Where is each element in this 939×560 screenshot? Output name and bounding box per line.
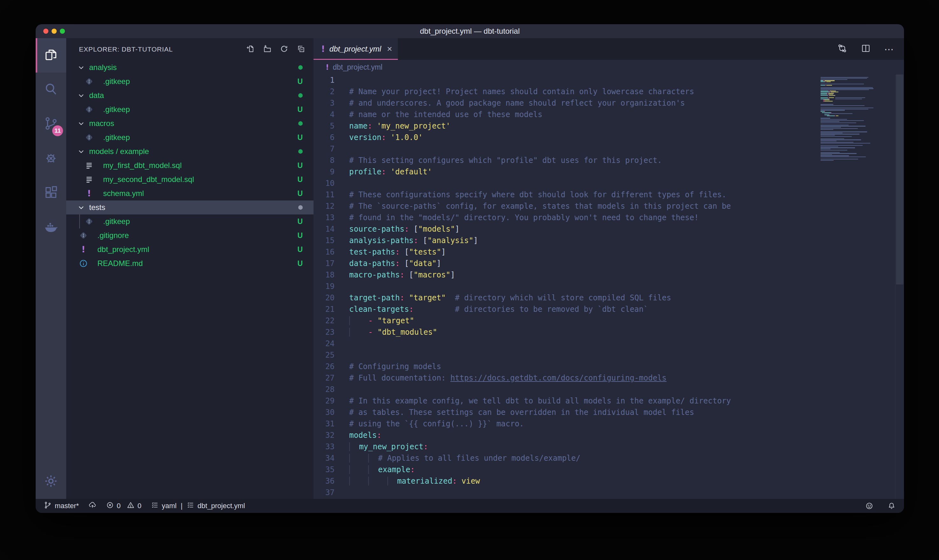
yaml-file-icon: ! [85, 189, 94, 198]
line-number: 36 [314, 475, 334, 487]
collapse-folders-icon[interactable] [297, 45, 305, 54]
tree-file-readme-md[interactable]: README.mdU [66, 257, 314, 271]
scrollbar-thumb[interactable] [896, 74, 904, 285]
line-number: 28 [314, 384, 334, 395]
git-untracked-badge: U [297, 77, 303, 86]
file-label: dbt_project.yml [97, 245, 297, 254]
code-line-34: 34 # Applies to all files under models/e… [314, 452, 904, 464]
line-number: 8 [314, 155, 334, 166]
tree-file-my-second-dbt-model-sql[interactable]: my_second_dbt_model.sqlU [66, 172, 314, 186]
code-line-22: 22 - "target" [314, 315, 904, 326]
refresh-icon[interactable] [280, 45, 288, 54]
tree-folder-data[interactable]: data [66, 88, 314, 103]
code-line-11: 11# These configurations specify where d… [314, 189, 904, 200]
problems-status[interactable]: 0 0 [106, 501, 142, 511]
file-label: .gitkeep [103, 77, 297, 86]
sync-status[interactable] [88, 501, 97, 511]
tree-folder-macros[interactable]: macros [66, 117, 314, 131]
code-editor[interactable]: 12# Name your project! Project names sho… [314, 74, 904, 499]
separator: | [181, 502, 183, 510]
activity-debug[interactable] [35, 141, 66, 175]
line-number: 15 [314, 235, 334, 246]
warnings-icon [127, 501, 135, 511]
git-file-icon [85, 77, 94, 86]
git-untracked-badge: U [297, 161, 303, 170]
line-number: 4 [314, 109, 334, 120]
activity-extensions[interactable] [35, 175, 66, 210]
code-line-2: 2# Name your project! Project names shou… [314, 86, 904, 97]
scrollbar[interactable] [895, 74, 904, 499]
line-number: 18 [314, 269, 334, 281]
code-line-4: 4# name or the intended use of these mod… [314, 109, 904, 120]
activity-search[interactable] [35, 72, 66, 107]
line-number: 34 [314, 452, 334, 464]
file-label: .gitkeep [103, 217, 297, 226]
file-label: data [89, 91, 298, 100]
tree-file-gitkeep[interactable]: .gitkeepU [66, 214, 314, 228]
editor-group: ! dbt_project.yml × [314, 38, 904, 499]
tree-file-my-first-dbt-model-sql[interactable]: my_first_dbt_model.sqlU [66, 158, 314, 172]
git-file-icon [85, 217, 94, 226]
notifications-bell-icon[interactable] [887, 502, 896, 510]
line-number: 2 [314, 86, 334, 97]
tree-file-gitignore[interactable]: .gitignoreU [66, 228, 314, 243]
close-tab-icon[interactable]: × [387, 44, 392, 54]
git-modified-dot [298, 65, 303, 70]
bug-icon [44, 151, 58, 166]
code-line-33: 33 my_new_project: [314, 441, 904, 452]
tree-folder-models-example[interactable]: models / example [66, 145, 314, 158]
tasklist-icon [186, 501, 194, 511]
tree-file-dbt-project-yml[interactable]: !dbt_project.ymlU [66, 243, 314, 257]
breadcrumb-file: dbt_project.yml [333, 63, 383, 72]
chevron-down-icon [77, 147, 85, 155]
activity-source-control[interactable]: 11 [35, 107, 66, 141]
tree-file-gitkeep[interactable]: .gitkeepU [66, 103, 314, 117]
minimap[interactable] [820, 76, 894, 161]
line-number: 14 [314, 223, 334, 235]
code-line-1: 1 [314, 74, 904, 86]
split-editor-icon[interactable] [861, 43, 871, 55]
line-number: 9 [314, 166, 334, 177]
tab-dbt-project-yml[interactable]: ! dbt_project.yml × [314, 38, 398, 60]
code-line-25: 25 [314, 349, 904, 361]
line-number: 11 [314, 189, 334, 200]
file-tree: analysis.gitkeepUdata.gitkeepUmacros.git… [66, 60, 314, 499]
git-branch-status[interactable]: master* [44, 501, 79, 511]
file-label: schema.yml [103, 189, 297, 198]
activity-docker[interactable] [35, 210, 66, 245]
line-number: 20 [314, 292, 334, 303]
new-file-icon[interactable] [246, 45, 255, 54]
tree-folder-tests[interactable]: tests [66, 200, 314, 214]
tree-file-gitkeep[interactable]: .gitkeepU [66, 131, 314, 145]
status-bar: master* 0 0 [35, 499, 904, 513]
outline-status[interactable]: yaml | dbt_project.yml [151, 501, 245, 511]
code-line-12: 12# The `source-paths` config, for examp… [314, 200, 904, 212]
activity-settings[interactable] [35, 465, 66, 499]
outline-mode: yaml [162, 502, 176, 510]
line-number: 30 [314, 407, 334, 418]
tree-folder-analysis[interactable]: analysis [66, 60, 314, 74]
open-changes-icon[interactable] [837, 43, 847, 55]
line-number: 24 [314, 338, 334, 349]
file-label: tests [89, 203, 298, 212]
file-label: models / example [89, 147, 298, 156]
code-line-26: 26# Configuring models [314, 361, 904, 372]
search-icon [44, 82, 58, 98]
git-untracked-badge: U [297, 105, 303, 114]
git-untracked-badge: U [297, 133, 303, 142]
tree-file-gitkeep[interactable]: .gitkeepU [66, 74, 314, 88]
sql-file-icon [85, 161, 94, 170]
line-number: 17 [314, 258, 334, 269]
tree-file-schema-yml[interactable]: !schema.ymlU [66, 186, 314, 200]
cloud-upload-icon [88, 501, 97, 511]
vscode-window: dbt_project.yml — dbt-tutorial [35, 24, 904, 513]
line-number: 1 [314, 74, 334, 86]
breadcrumb[interactable]: ! dbt_project.yml [314, 60, 904, 74]
code-line-5: 5name: 'my_new_project' [314, 120, 904, 132]
file-label: my_second_dbt_model.sql [103, 175, 297, 184]
line-number: 26 [314, 361, 334, 372]
new-folder-icon[interactable] [263, 45, 271, 54]
more-actions-icon[interactable]: ⋯ [884, 44, 894, 55]
feedback-smiley-icon[interactable] [865, 502, 873, 510]
activity-explorer[interactable] [35, 38, 66, 72]
